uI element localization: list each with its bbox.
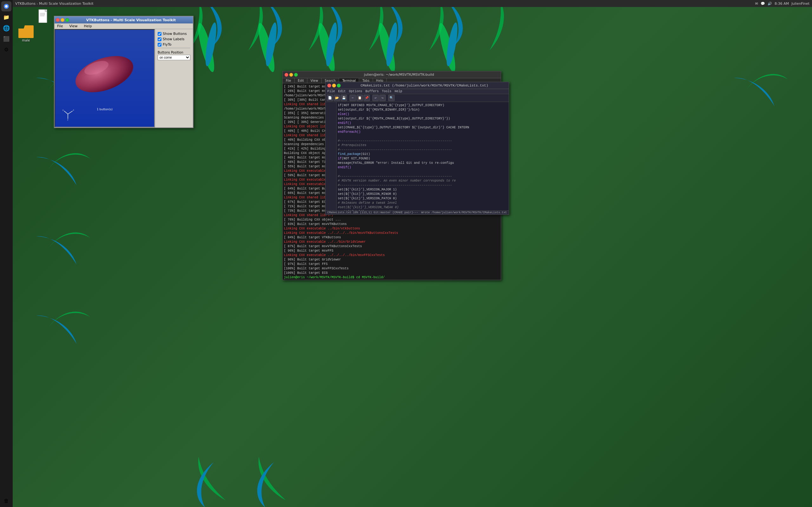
app-title: VTKButtons - Multi Scale Visualization T…: [15, 2, 94, 6]
flyto-checkbox[interactable]: [158, 43, 161, 47]
code-line: find_package(Git): [338, 152, 507, 157]
term-line: Linking CXX executable ../../../../bin/m…: [284, 231, 500, 235]
cmake-tool-paste[interactable]: 📌: [363, 95, 370, 101]
vtk-menu-view[interactable]: View: [68, 24, 79, 28]
vtk-menu-file[interactable]: File: [56, 24, 64, 28]
cmake-toolbar: 📄 📂 💾 ✂ 📋 📌 ↩ ↪ 🔍: [325, 94, 509, 102]
vtk-sidebar: Show Buttons Show Labels FlyTo Buttons P…: [155, 29, 193, 127]
cmake-tool-search[interactable]: 🔍: [388, 95, 395, 101]
terminal-maximize-button[interactable]: [294, 73, 298, 77]
cmake-tool-cut[interactable]: ✂: [350, 95, 356, 101]
vtk-viewport[interactable]: x y z 1 button(s): [55, 29, 155, 127]
code-line: # Releases define a tweak level: [338, 201, 507, 205]
cmake-menu-options[interactable]: Options: [349, 90, 362, 93]
vtk-window: VTKButtons - Multi Scale Visualization T…: [54, 16, 194, 128]
terminal-tab-edit[interactable]: Edit: [295, 78, 307, 83]
terminal-close-button[interactable]: [285, 73, 288, 77]
cmake-code-editor[interactable]: if(NOT DEFINED MSVTK_CMAKE_${'{type}'}_O…: [337, 102, 509, 210]
term-line: [ 84%] Built target VTKButtons: [284, 235, 500, 240]
show-labels-row: Show Labels: [158, 37, 190, 41]
desktop: VTKButtons - Multi Scale Visualization T…: [0, 0, 812, 507]
show-buttons-checkbox[interactable]: [158, 32, 161, 36]
show-labels-label: Show Labels: [163, 37, 185, 41]
buttons-position-select[interactable]: on corne on side on top: [158, 55, 190, 60]
cmake-tool-save[interactable]: 💾: [341, 95, 347, 101]
vtk-close-button[interactable]: [56, 18, 60, 22]
volume-icon[interactable]: 🔊: [768, 2, 772, 6]
cmake-menu-edit[interactable]: Edit: [338, 90, 346, 93]
svg-point-2: [255, 22, 277, 73]
terminal-title: julien@eris: ~/work/MSVTK/MSVTK-build: [299, 72, 499, 77]
code-line: set(CMAKE_${'{type}'}_OUTPUT_DIRECTORY $…: [338, 125, 507, 130]
svg-text:y: y: [62, 109, 64, 111]
cmake-maximize-button[interactable]: [337, 83, 341, 88]
vtk-content: x y z 1 button(s) Show Buttons Show Labe…: [55, 29, 193, 127]
taskbar-browser[interactable]: 🌐: [1, 23, 11, 33]
terminal-titlebar: julien@eris: ~/work/MSVTK/MSVTK-build: [283, 71, 501, 78]
cmake-tool-new[interactable]: 📄: [327, 95, 333, 101]
cmake-tool-redo[interactable]: ↪: [379, 95, 386, 101]
svg-line-19: [64, 111, 68, 114]
menubar-right: ✉ 💬 🔊 8:36 AM JulienFinet: [755, 2, 809, 6]
buttons-position-section: Buttons Position on corne on side on top: [158, 51, 190, 60]
terminal-tab-view[interactable]: View: [307, 78, 322, 83]
cmake-status-file: CMakeLists.txt 10% (113,1) Git:master (C…: [327, 211, 418, 214]
term-line: julien@eris ~/work/MSVTK/MSVTK-build$ cd…: [284, 275, 500, 280]
flyto-label: FlyTo: [163, 43, 171, 47]
code-line: # MSVTK version number. An even minor nu…: [338, 179, 507, 183]
svg-point-11: [5, 5, 8, 8]
terminal-tab-file[interactable]: File: [283, 78, 295, 83]
term-line: [ 96%] Built target GridViewer: [284, 258, 500, 262]
cmake-window: CMakeLists.txt (/home/julien/work/MSVTK/…: [325, 82, 509, 215]
cmake-menubar: File Edit Options Buffers Tools Help: [325, 89, 509, 94]
terminal-minimize-button[interactable]: [289, 73, 293, 77]
code-line: message(FATAL_ERROR "error: Install Git …: [338, 161, 507, 165]
cmake-tool-open[interactable]: 📂: [334, 95, 340, 101]
term-line: Linking CXX executable ../../bin/GridVie…: [284, 240, 500, 244]
cmake-menu-tools[interactable]: Tools: [382, 90, 392, 93]
username-display: JulienFinet: [792, 2, 809, 6]
code-line: # Prerequisites: [338, 143, 507, 148]
mail-icon[interactable]: ✉: [755, 2, 758, 6]
code-line: #---------------------------------------…: [338, 148, 507, 152]
term-line: [ 83%] Built target msvVTKButtons: [284, 222, 500, 227]
flyto-row: FlyTo: [158, 43, 190, 47]
code-line: set(output_dir ${'{MSVTK_CMAKE_${type}_O…: [338, 117, 507, 121]
taskbar-files[interactable]: 📁: [1, 12, 11, 22]
cmake-minimize-button[interactable]: [332, 83, 336, 88]
vtk-minimize-button[interactable]: [61, 18, 64, 22]
cmake-menu-file[interactable]: File: [327, 90, 335, 93]
taskbar-settings[interactable]: ⚙: [1, 44, 11, 55]
vtk-axes: x y z: [61, 108, 74, 120]
svg-point-4: [316, 22, 338, 73]
vtk-menu-help[interactable]: Help: [83, 24, 93, 28]
cmake-close-button[interactable]: [327, 83, 331, 88]
show-buttons-row: Show Buttons: [158, 32, 190, 36]
show-labels-checkbox[interactable]: [158, 38, 161, 41]
taskbar-terminal[interactable]: ⬛: [1, 34, 11, 44]
cmake-menu-buffers[interactable]: Buffers: [365, 90, 379, 93]
code-line: set(${'{kit}'}_VERSION_MINOR 0): [338, 192, 507, 196]
term-line: [ 87%] Built target msvVTKButtonsCxxTest…: [284, 244, 500, 249]
vtk-maximize-button[interactable]: [65, 18, 69, 22]
chat-icon[interactable]: 💬: [761, 2, 765, 6]
code-line: #---------------------------------------…: [338, 139, 507, 143]
taskbar-launcher[interactable]: [1, 1, 11, 11]
vtk-object-label: 1 button(s): [97, 108, 113, 111]
cmake-menu-help[interactable]: Help: [395, 90, 402, 93]
folder-icon-male[interactable]: male: [18, 25, 34, 42]
folder-label: male: [22, 39, 30, 42]
cmake-status-wrote: Wrote /home/julien/work/MSVTK/MSVTK/CMak…: [421, 211, 507, 214]
code-line: endif(): [338, 121, 507, 125]
sidebar-separator: [158, 48, 190, 48]
term-line: [100%] Built target msvFFSCxxTests: [284, 267, 500, 271]
vtk-3d-view: [55, 30, 157, 118]
cmake-content: if(NOT DEFINED MSVTK_CMAKE_${'{type}'}_O…: [325, 102, 509, 210]
menubar-left: VTKButtons - Multi Scale Visualization T…: [15, 2, 94, 6]
code-line: set(output_dir ${'{MSVTK_BINARY_DIR}'}/b…: [338, 108, 507, 112]
taskbar-trash[interactable]: 🗑: [1, 496, 11, 506]
cmake-tool-undo[interactable]: ↩: [372, 95, 379, 101]
code-line: #---------------------------------------…: [338, 183, 507, 187]
file-icon-desktop[interactable]: [38, 9, 49, 23]
cmake-tool-copy[interactable]: 📋: [357, 95, 363, 101]
